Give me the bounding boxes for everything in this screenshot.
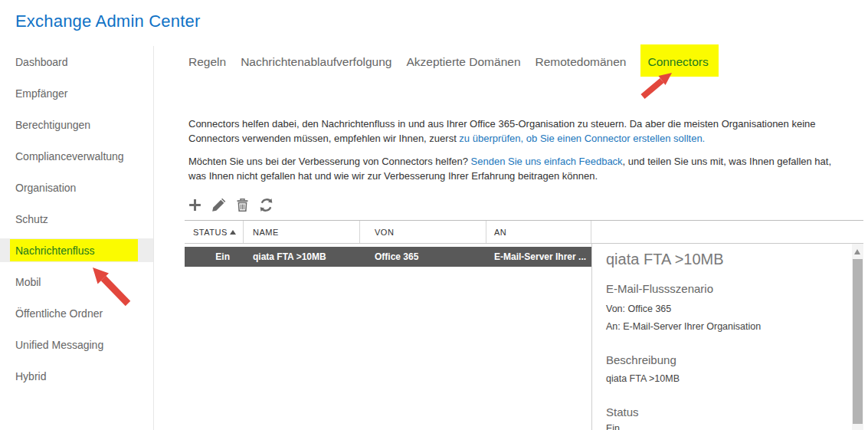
- trash-icon: [235, 198, 250, 212]
- details-title: qiata FTA >10MB: [606, 251, 724, 268]
- sidebar-item-oeffentliche-ordner[interactable]: Öffentliche Ordner: [0, 298, 153, 330]
- row-cell-name: qiata FTA >10MB: [244, 247, 360, 267]
- tab-remotedomaenen[interactable]: Remotedomänen: [536, 44, 627, 77]
- intro-paragraph-2: Möchten Sie uns bei der Verbesserung von…: [188, 154, 844, 183]
- column-header-filler: [591, 221, 863, 243]
- sidebar-item-organisation[interactable]: Organisation: [0, 172, 153, 204]
- table-row-qiata-connector[interactable]: Ein qiata FTA >10MB Office 365 E-Mail-Se…: [185, 247, 591, 267]
- edit-button[interactable]: [210, 196, 227, 213]
- tab-regeln[interactable]: Regeln: [188, 44, 226, 77]
- sidebar-item-empfaenger[interactable]: Empfänger: [0, 78, 153, 110]
- connectors-toolbar: [186, 196, 274, 213]
- column-header-von[interactable]: VON: [360, 221, 486, 243]
- scrollbar-up-icon[interactable]: [854, 249, 860, 254]
- edit-icon: [211, 198, 226, 212]
- refresh-button[interactable]: [257, 196, 274, 213]
- delete-button[interactable]: [234, 196, 251, 213]
- exchange-admin-center-window: Exchange Admin Center Dashboard Empfänge…: [0, 0, 868, 430]
- add-icon: [188, 198, 202, 212]
- sort-ascending-icon: [230, 230, 236, 235]
- details-description-heading: Beschreibung: [606, 353, 676, 366]
- details-description: qiata FTA >10MB: [606, 373, 680, 384]
- sidebar-item-mobil[interactable]: Mobil: [0, 267, 153, 298]
- sidebar-item-schutz[interactable]: Schutz: [0, 204, 153, 235]
- feedback-link[interactable]: Senden Sie uns einfach Feedback: [471, 156, 623, 167]
- scrollbar-thumb[interactable]: [853, 259, 863, 424]
- add-button[interactable]: [186, 196, 203, 213]
- sidebar-item-dashboard[interactable]: Dashboard: [0, 47, 153, 78]
- tab-connectors[interactable]: Connectors: [640, 44, 718, 77]
- tab-akzeptierte-domaenen[interactable]: Akzeptierte Domänen: [406, 44, 520, 77]
- details-scrollbar[interactable]: [852, 244, 863, 430]
- sidebar-divider: [153, 46, 154, 430]
- row-cell-von: Office 365: [360, 247, 486, 267]
- sidebar-nav: Dashboard Empfänger Berechtigungen Compl…: [0, 47, 153, 392]
- column-header-name-label: NAME: [253, 228, 279, 237]
- details-scenario-heading: E-Mail-Flussszenario: [606, 282, 713, 295]
- details-pane: qiata FTA >10MB E-Mail-Flussszenario Von…: [591, 244, 852, 430]
- sidebar-item-unified-messaging[interactable]: Unified Messaging: [0, 330, 153, 361]
- row-cell-status: Ein: [185, 247, 244, 267]
- check-connector-link[interactable]: zu überprüfen, ob Sie einen Connector er…: [459, 133, 705, 144]
- column-header-von-label: VON: [375, 228, 394, 237]
- sidebar-item-berechtigungen[interactable]: Berechtigungen: [0, 110, 153, 141]
- intro-paragraph-1: Connectors helfen dabei, den Nachrichten…: [188, 117, 844, 146]
- refresh-icon: [259, 198, 274, 212]
- column-header-status-label: STATUS: [193, 228, 228, 237]
- details-status-value: Ein: [606, 423, 620, 430]
- intro-text: Connectors helfen dabei, den Nachrichten…: [188, 117, 844, 183]
- details-to: An: E-Mail-Server Ihrer Organisation: [606, 321, 761, 332]
- row-cell-an: E-Mail-Server Ihrer ...: [486, 247, 591, 267]
- column-header-an-label: AN: [494, 228, 506, 237]
- page-title: Exchange Admin Center: [15, 11, 200, 31]
- sidebar-item-complianceverwaltung[interactable]: Complianceverwaltung: [0, 141, 153, 172]
- tab-nachrichtenablaufverfolgung[interactable]: Nachrichtenablaufverfolgung: [241, 44, 391, 77]
- column-header-an[interactable]: AN: [486, 221, 591, 243]
- column-header-status[interactable]: STATUS: [185, 221, 244, 243]
- content-tabs: Regeln Nachrichtenablaufverfolgung Akzep…: [188, 44, 719, 77]
- sidebar-item-nachrichtenfluss[interactable]: Nachrichtenfluss: [0, 235, 153, 267]
- details-status-heading: Status: [606, 405, 639, 419]
- connectors-table-header: STATUS NAME VON AN: [185, 220, 863, 244]
- sidebar-item-hybrid[interactable]: Hybrid: [0, 361, 153, 392]
- details-from: Von: Office 365: [606, 304, 671, 314]
- intro-p2-text-before: Möchten Sie uns bei der Verbesserung von…: [188, 156, 471, 167]
- column-header-name[interactable]: NAME: [244, 221, 360, 243]
